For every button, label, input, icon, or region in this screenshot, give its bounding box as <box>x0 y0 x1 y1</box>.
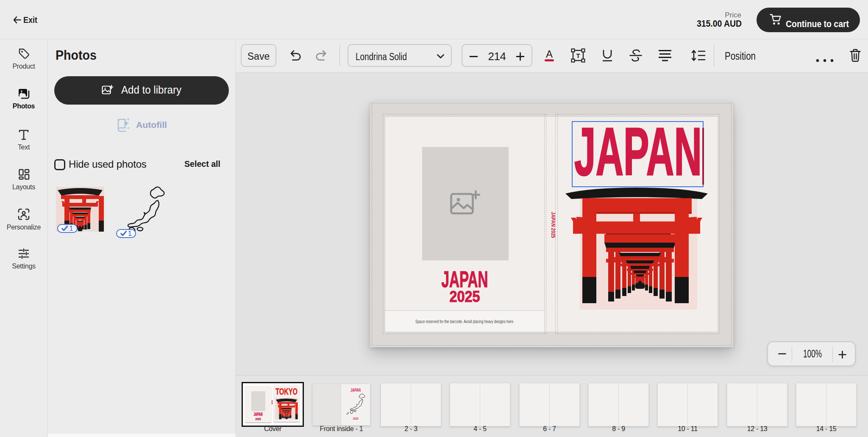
svg-text:Photos: Photos <box>56 48 97 63</box>
svg-text:Continue to cart: Continue to cart <box>786 20 849 29</box>
svg-text:2025: 2025 <box>256 417 261 421</box>
svg-text:TOKYO: TOKYO <box>275 386 298 396</box>
svg-text:Exit: Exit <box>23 16 37 24</box>
svg-text:Select all: Select all <box>184 159 220 169</box>
svg-text:Position: Position <box>725 52 756 62</box>
svg-text:2025: 2025 <box>353 417 359 420</box>
svg-text:T: T <box>576 52 580 59</box>
svg-text:JAPAN: JAPAN <box>254 412 263 417</box>
svg-text:100%: 100% <box>803 349 822 360</box>
svg-text:Add to library: Add to library <box>121 85 181 96</box>
svg-text:Autofill: Autofill <box>136 120 167 130</box>
svg-text:Londrina Solid: Londrina Solid <box>356 53 407 62</box>
svg-text:A: A <box>546 48 553 60</box>
svg-text:315.00 AUD: 315.00 AUD <box>697 19 742 28</box>
